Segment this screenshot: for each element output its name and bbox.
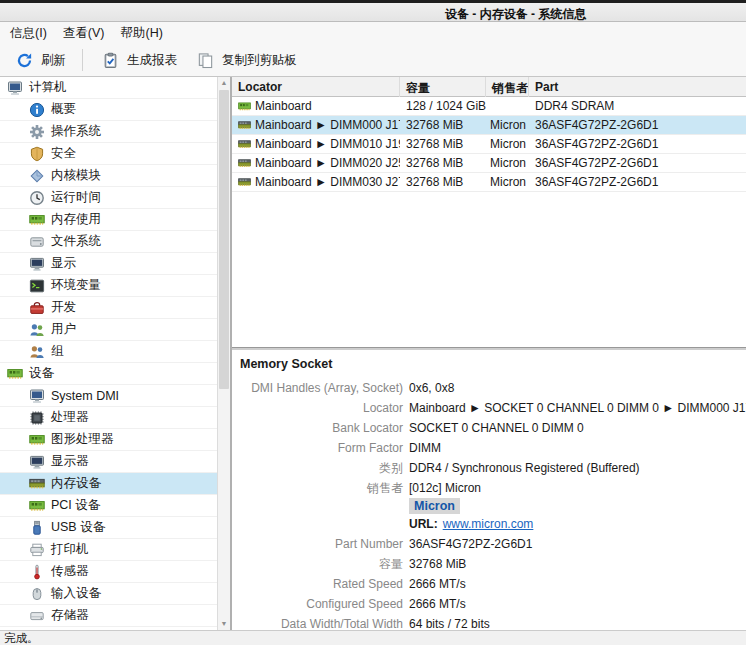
- gear-icon: [29, 124, 45, 140]
- drive-icon: [29, 234, 45, 250]
- sidebar-item-label: System DMI: [51, 389, 119, 403]
- sidebar-item-printers[interactable]: 打印机: [0, 539, 217, 561]
- mouse-icon: [29, 586, 45, 602]
- table-header: Locator容量销售者Part: [232, 77, 746, 97]
- sidebar-item-pci-devices[interactable]: PCI 设备: [0, 495, 217, 517]
- sidebar-item-label: 组: [51, 343, 64, 360]
- dimm-icon: [29, 476, 45, 492]
- sidebar-item-storage[interactable]: 存储器: [0, 605, 217, 627]
- detail-value: 64 bits / 72 bits: [409, 617, 490, 630]
- cell-locator: Mainboard ► DIMM030 J27: [232, 175, 400, 189]
- status-text: 完成。: [4, 631, 39, 645]
- right-pane: Locator容量销售者Part Mainboard128 / 1024 GiB…: [232, 77, 746, 630]
- scrollbar-thumb[interactable]: [219, 90, 229, 389]
- cell-vendor: Micron: [486, 137, 529, 151]
- ram-icon: [238, 100, 251, 113]
- scroll-down-arrow-icon[interactable]: ▼: [218, 618, 230, 630]
- titlebar[interactable]: 设备 - 内存设备 - 系统信息: [0, 0, 746, 22]
- detail-row: 销售者[012c] Micron: [238, 478, 746, 498]
- table-row[interactable]: Mainboard128 / 1024 GiBDDR4 SDRAM: [232, 97, 746, 116]
- locator-text: Mainboard: [255, 99, 312, 113]
- column-header-part[interactable]: Part: [529, 77, 746, 97]
- sidebar-section-computer[interactable]: 计算机: [0, 77, 217, 99]
- sidebar-item-groups[interactable]: 组: [0, 341, 217, 363]
- sidebar-item-users[interactable]: 用户: [0, 319, 217, 341]
- cell-part: 36ASF4G72PZ-2G6D1: [529, 175, 746, 189]
- sidebar-item-operating-system[interactable]: 操作系统: [0, 121, 217, 143]
- sidebar-item-label: 运行时间: [51, 189, 101, 206]
- sidebar-item-security[interactable]: 安全: [0, 143, 217, 165]
- sidebar-item-label: 操作系统: [51, 123, 101, 140]
- sidebar-item-label: 内存设备: [51, 475, 101, 492]
- sidebar-item-filesystems[interactable]: 文件系统: [0, 231, 217, 253]
- sidebar-item-memory-devices[interactable]: 内存设备: [0, 473, 217, 495]
- detail-row: Bank LocatorSOCKET 0 CHANNEL 0 DIMM 0: [238, 418, 746, 438]
- sidebar-item-memory-usage[interactable]: 内存使用: [0, 209, 217, 231]
- table-row[interactable]: Mainboard ► DIMM030 J2732768 MiBMicron36…: [232, 173, 746, 192]
- main-area: 计算机概要操作系统安全内核模块运行时间内存使用文件系统显示环境变量开发用户组设备…: [0, 77, 746, 630]
- sidebar-item-label: 图形处理器: [51, 431, 114, 448]
- ram-icon: [7, 366, 23, 382]
- generate-report-button[interactable]: 生成报表: [92, 48, 187, 73]
- computer-icon: [7, 80, 23, 96]
- sidebar-item-development[interactable]: 开发: [0, 297, 217, 319]
- sidebar-item-uptime[interactable]: 运行时间: [0, 187, 217, 209]
- sidebar-item-display[interactable]: 显示: [0, 253, 217, 275]
- sidebar-item-system-dmi[interactable]: System DMI: [0, 385, 217, 407]
- cell-capacity: 128 / 1024 GiB: [400, 99, 486, 113]
- generate-report-label: 生成报表: [127, 52, 177, 69]
- detail-row: Part Number36ASF4G72PZ-2G6D1: [238, 534, 746, 554]
- toolbar: 刷新 生成报表 复制到剪贴板: [0, 44, 746, 77]
- table-row[interactable]: Mainboard ► DIMM020 J2532768 MiBMicron36…: [232, 154, 746, 173]
- detail-value: [012c] Micron: [409, 481, 481, 495]
- details-rows: DMI Handles (Array, Socket)0x6, 0x8Locat…: [238, 378, 746, 630]
- column-header-vendor[interactable]: 销售者: [486, 77, 529, 97]
- menu-info[interactable]: 信息(I): [2, 23, 55, 44]
- sidebar-item-label: 传感器: [51, 563, 89, 580]
- sidebar-item-label: 打印机: [51, 541, 89, 558]
- menu-help[interactable]: 帮助(H): [112, 23, 170, 44]
- users-icon: [29, 322, 45, 338]
- detail-label: Configured Speed: [238, 597, 403, 611]
- refresh-button[interactable]: 刷新: [6, 48, 76, 73]
- sidebar-scrollbar[interactable]: ▲ ▼: [217, 77, 230, 630]
- system-info-window: 设备 - 内存设备 - 系统信息 信息(I) 查看(V) 帮助(H) 刷新 生成…: [0, 0, 746, 645]
- cell-capacity: 32768 MiB: [400, 175, 486, 189]
- column-header-locator[interactable]: Locator: [232, 77, 400, 97]
- ram-icon: [29, 212, 45, 228]
- cell-capacity: 32768 MiB: [400, 118, 486, 132]
- sidebar-item-input-devices[interactable]: 输入设备: [0, 583, 217, 605]
- sidebar-item-kernel-modules[interactable]: 内核模块: [0, 165, 217, 187]
- sidebar: 计算机概要操作系统安全内核模块运行时间内存使用文件系统显示环境变量开发用户组设备…: [0, 77, 232, 630]
- menu-view[interactable]: 查看(V): [55, 23, 113, 44]
- sidebar-item-label: 内核模块: [51, 167, 101, 184]
- sidebar-item-label: 计算机: [29, 79, 67, 96]
- detail-row: URL:www.micron.com: [238, 514, 746, 534]
- column-header-capacity[interactable]: 容量: [400, 77, 486, 97]
- shield-icon: [29, 146, 45, 162]
- vendor-badge: Micron: [409, 498, 460, 514]
- sidebar-item-processor[interactable]: 处理器: [0, 407, 217, 429]
- sidebar-section-devices[interactable]: 设备: [0, 363, 217, 385]
- sidebar-item-environment-variables[interactable]: 环境变量: [0, 275, 217, 297]
- monitor-icon: [29, 256, 45, 272]
- refresh-label: 刷新: [41, 52, 66, 69]
- clock-icon: [29, 190, 45, 206]
- dimm-icon: [238, 157, 251, 170]
- sidebar-item-monitors[interactable]: 显示器: [0, 451, 217, 473]
- sidebar-item-summary[interactable]: 概要: [0, 99, 217, 121]
- table-row[interactable]: Mainboard ► DIMM000 J1732768 MiBMicron36…: [232, 116, 746, 135]
- copy-to-clipboard-button[interactable]: 复制到剪贴板: [187, 48, 307, 73]
- thermometer-icon: [29, 564, 45, 580]
- cell-capacity: 32768 MiB: [400, 156, 486, 170]
- cell-part: 36ASF4G72PZ-2G6D1: [529, 118, 746, 132]
- sidebar-item-label: 用户: [51, 321, 76, 338]
- sidebar-item-label: 输入设备: [51, 585, 101, 602]
- sidebar-item-usb-devices[interactable]: USB 设备: [0, 517, 217, 539]
- sidebar-item-graphics-processor[interactable]: 图形处理器: [0, 429, 217, 451]
- vendor-url-link[interactable]: www.micron.com: [443, 517, 534, 531]
- sidebar-item-sensors[interactable]: 传感器: [0, 561, 217, 583]
- scroll-up-arrow-icon[interactable]: ▲: [218, 77, 230, 89]
- cell-locator: Mainboard ► DIMM020 J25: [232, 156, 400, 170]
- table-row[interactable]: Mainboard ► DIMM010 J1932768 MiBMicron36…: [232, 135, 746, 154]
